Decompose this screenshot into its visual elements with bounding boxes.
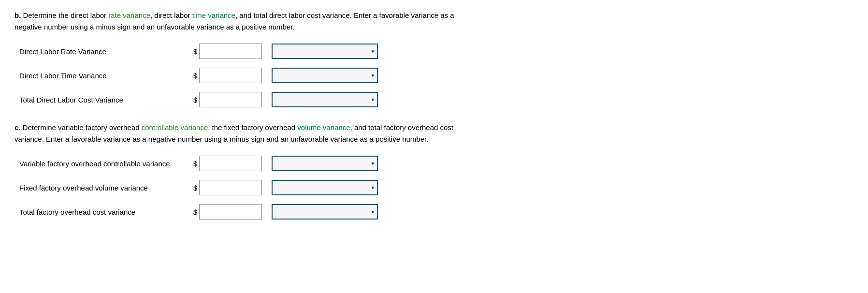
direct-labor-rate-dropdown[interactable]: Favorable Unfavorable bbox=[272, 44, 378, 59]
direct-labor-rate-amount-input[interactable] bbox=[199, 44, 262, 59]
section-b-text3: , and total direct labor cost variance. … bbox=[235, 11, 454, 19]
fixed-overhead-volume-dropdown[interactable]: Favorable Unfavorable bbox=[272, 180, 378, 195]
variable-overhead-controllable-input-group: $ Favorable Unfavorable ▼ bbox=[193, 156, 378, 171]
direct-labor-time-row: Direct Labor Time Variance $ Favorable U… bbox=[19, 68, 854, 83]
direct-labor-time-amount-input[interactable] bbox=[199, 68, 262, 83]
fixed-overhead-volume-input-group: $ Favorable Unfavorable ▼ bbox=[193, 180, 378, 195]
dollar-sign-4: $ bbox=[193, 160, 197, 168]
variable-overhead-controllable-label: Variable factory overhead controllable v… bbox=[19, 160, 193, 168]
direct-labor-time-input-group: $ Favorable Unfavorable ▼ bbox=[193, 68, 378, 83]
section-c-table: Variable factory overhead controllable v… bbox=[19, 156, 854, 220]
section-b-label: b. bbox=[14, 11, 21, 19]
rate-variance-link: rate variance bbox=[108, 11, 150, 19]
direct-labor-rate-row: Direct Labor Rate Variance $ Favorable U… bbox=[19, 44, 854, 59]
total-direct-labor-row: Total Direct Labor Cost Variance $ Favor… bbox=[19, 92, 854, 107]
fixed-overhead-volume-row: Fixed factory overhead volume variance $… bbox=[19, 180, 854, 195]
direct-labor-time-dropdown[interactable]: Favorable Unfavorable bbox=[272, 68, 378, 83]
total-direct-labor-input-group: $ Favorable Unfavorable ▼ bbox=[193, 92, 378, 107]
total-factory-overhead-row: Total factory overhead cost variance $ F… bbox=[19, 204, 854, 220]
direct-labor-rate-dropdown-wrapper: Favorable Unfavorable ▼ bbox=[272, 44, 378, 59]
section-b-intro: b. Determine the direct labor rate varia… bbox=[14, 10, 836, 33]
section-c-intro: c. Determine variable factory overhead c… bbox=[14, 122, 836, 145]
section-b-text2: , direct labor bbox=[150, 11, 192, 19]
section-c-label: c. bbox=[14, 123, 21, 132]
total-direct-labor-dropdown-wrapper: Favorable Unfavorable ▼ bbox=[272, 92, 378, 107]
dollar-sign-2: $ bbox=[193, 72, 197, 80]
fixed-overhead-volume-label: Fixed factory overhead volume variance bbox=[19, 184, 193, 192]
direct-labor-time-dropdown-wrapper: Favorable Unfavorable ▼ bbox=[272, 68, 378, 83]
dollar-sign-5: $ bbox=[193, 184, 197, 192]
direct-labor-time-label: Direct Labor Time Variance bbox=[19, 72, 193, 80]
variable-overhead-controllable-row: Variable factory overhead controllable v… bbox=[19, 156, 854, 171]
fixed-overhead-volume-amount-input[interactable] bbox=[199, 180, 262, 195]
section-b-line2: negative number using a minus sign and a… bbox=[14, 21, 836, 33]
total-direct-labor-label: Total Direct Labor Cost Variance bbox=[19, 96, 193, 104]
variable-overhead-controllable-amount-input[interactable] bbox=[199, 156, 262, 171]
direct-labor-rate-label: Direct Labor Rate Variance bbox=[19, 47, 193, 56]
section-c-text2: , the fixed factory overhead bbox=[208, 123, 297, 132]
volume-variance-link: volume variance bbox=[297, 123, 350, 132]
total-factory-overhead-dropdown[interactable]: Favorable Unfavorable bbox=[272, 204, 378, 220]
section-b-table: Direct Labor Rate Variance $ Favorable U… bbox=[19, 44, 854, 107]
total-factory-overhead-label: Total factory overhead cost variance bbox=[19, 208, 193, 216]
total-direct-labor-dropdown[interactable]: Favorable Unfavorable bbox=[272, 92, 378, 107]
time-variance-link: time variance bbox=[192, 11, 235, 19]
direct-labor-rate-input-group: $ Favorable Unfavorable ▼ bbox=[193, 44, 378, 59]
fixed-overhead-volume-dropdown-wrapper: Favorable Unfavorable ▼ bbox=[272, 180, 378, 195]
section-c-text1: Determine variable factory overhead bbox=[23, 123, 142, 132]
section-c-text3: , and total factory overhead cost bbox=[350, 123, 453, 132]
variable-overhead-controllable-dropdown[interactable]: Favorable Unfavorable bbox=[272, 156, 378, 171]
dollar-sign-1: $ bbox=[193, 47, 197, 56]
dollar-sign-6: $ bbox=[193, 208, 197, 216]
section-b-text1: Determine the direct labor bbox=[23, 11, 109, 19]
dollar-sign-3: $ bbox=[193, 96, 197, 104]
controllable-variance-link: controllable variance bbox=[142, 123, 208, 132]
total-factory-overhead-dropdown-wrapper: Favorable Unfavorable ▼ bbox=[272, 204, 378, 220]
section-c-line2: variance. Enter a favorable variance as … bbox=[14, 133, 836, 145]
total-factory-overhead-input-group: $ Favorable Unfavorable ▼ bbox=[193, 204, 378, 220]
variable-overhead-controllable-dropdown-wrapper: Favorable Unfavorable ▼ bbox=[272, 156, 378, 171]
total-factory-overhead-amount-input[interactable] bbox=[199, 204, 262, 220]
total-direct-labor-amount-input[interactable] bbox=[199, 92, 262, 107]
